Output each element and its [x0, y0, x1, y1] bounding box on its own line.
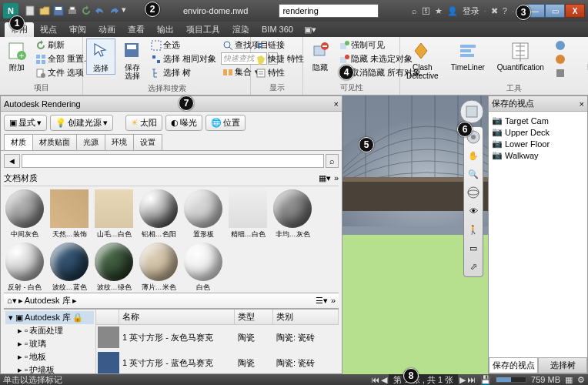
material-item[interactable]: 精细…白色	[227, 189, 269, 239]
datatools-button[interactable]: DataTools	[584, 38, 588, 73]
last-icon[interactable]: ⏭	[467, 375, 476, 384]
quantification-button[interactable]: Quantification	[494, 38, 547, 73]
tab-settings[interactable]: 设置	[133, 134, 162, 150]
select-all-button[interactable]: 全选	[149, 38, 218, 52]
appearance-icon[interactable]	[555, 54, 566, 66]
prev-icon[interactable]: ◀	[381, 375, 387, 385]
tab-animation[interactable]: 动画	[92, 22, 122, 37]
list-view-icon[interactable]: ☰▾	[316, 296, 328, 306]
settings-icon[interactable]: ⚙	[577, 375, 585, 385]
zoom-icon[interactable]: 🔍	[466, 167, 480, 181]
material-item[interactable]: 天然…装饰	[48, 189, 90, 239]
favorite-icon[interactable]: ★	[435, 6, 443, 16]
tab-material[interactable]: 材质	[4, 134, 33, 150]
undo-icon[interactable]	[94, 5, 106, 17]
material-item[interactable]: 置形板	[182, 189, 224, 239]
binoculars-icon[interactable]: ⌕	[412, 6, 417, 15]
panel-close-icon[interactable]: ×	[334, 99, 339, 109]
user-icon[interactable]: 👤	[447, 6, 458, 16]
saved-view-item[interactable]: 📷Walkway	[492, 149, 584, 161]
tree-node[interactable]: ▸ ▫ 地板	[5, 350, 94, 363]
login-link[interactable]: 登录	[463, 5, 479, 17]
maximize-button[interactable]: ▭	[545, 4, 565, 18]
saved-view-item[interactable]: 📷Upper Deck	[492, 126, 584, 138]
material-item[interactable]: 中间灰色	[4, 189, 45, 239]
tab-saved-views[interactable]: 保存的视点	[489, 357, 538, 373]
batch-icon[interactable]	[555, 68, 566, 80]
exchange-icon[interactable]: ✖	[491, 6, 498, 16]
sun-button[interactable]: ☀太阳	[125, 115, 162, 131]
orbit-icon[interactable]	[466, 186, 480, 199]
tree-node[interactable]: ▸ ▫ 玻璃	[5, 337, 94, 350]
quick-props-button[interactable]: 快捷 特性	[254, 52, 306, 65]
home-icon[interactable]: ⌂▾	[7, 296, 17, 306]
panel-close-icon[interactable]: ×	[580, 99, 584, 109]
tab-project-tools[interactable]: 项目工具	[180, 22, 226, 37]
sheet-nav[interactable]: ⏮ ◀ 第 1 张 , 共 1 张 ▶ ⏭	[371, 374, 476, 386]
tab-view[interactable]: 查看	[122, 22, 151, 37]
tab-lighting[interactable]: 光源	[76, 134, 105, 150]
col-name[interactable]: 名称	[119, 310, 235, 324]
search-icon[interactable]: ⌕	[326, 154, 339, 168]
tab-output[interactable]: 输出	[151, 22, 180, 37]
tree-node[interactable]: ▾ ▣ Autodesk 库 🔒	[5, 311, 94, 324]
print-icon[interactable]	[66, 5, 79, 17]
append-button[interactable]: + 附加	[3, 38, 31, 73]
views-panel-header[interactable]: 保存的视点 ×	[489, 96, 587, 112]
grid-icon[interactable]: ▦	[565, 375, 573, 385]
back-icon[interactable]: ◄	[4, 154, 20, 168]
show-button[interactable]: ▣显式▾	[4, 115, 47, 131]
col-type[interactable]: 类型	[235, 310, 273, 324]
viewcube[interactable]	[459, 99, 485, 125]
grid-view-icon[interactable]: ▦▾	[319, 173, 331, 183]
tab-render[interactable]: 渲染	[226, 22, 256, 37]
sort-icon[interactable]: »	[334, 173, 339, 183]
material-item[interactable]: 波纹…绿色	[93, 243, 135, 293]
ribbon-collapse-icon[interactable]: ▣▾	[304, 25, 316, 35]
open-icon[interactable]	[38, 5, 51, 17]
tab-material-map[interactable]: 材质贴面	[32, 134, 77, 150]
tree-node[interactable]: ▸ ▫ 表面处理	[5, 324, 94, 337]
close-button[interactable]: X	[565, 4, 585, 18]
properties-button[interactable]: 特性	[254, 66, 306, 79]
autodesk-render-icon[interactable]	[555, 40, 566, 52]
select-button[interactable]: 选择	[86, 38, 115, 75]
walk-icon[interactable]: 🚶	[466, 223, 480, 236]
material-item[interactable]: 反射 - 白色	[4, 243, 45, 293]
expand-icon[interactable]: »	[331, 296, 336, 306]
help-icon[interactable]: ?	[503, 6, 507, 15]
pan-icon[interactable]: ✋	[466, 149, 480, 162]
next-icon[interactable]: ▶	[459, 375, 466, 385]
library-row[interactable]: 1 英寸方形 - 蓝色马赛克陶瓷陶瓷: 瓷砖	[96, 350, 339, 373]
save-icon[interactable]	[52, 5, 65, 17]
save-selection-button[interactable]: 保存 选择	[119, 38, 146, 82]
exposure-button[interactable]: ◐曝光	[165, 115, 202, 131]
dropdown-icon[interactable]: ▾	[122, 5, 134, 17]
location-button[interactable]: 🌐位置	[205, 115, 246, 131]
material-search-input[interactable]	[22, 154, 324, 168]
rendering-panel-header[interactable]: Autodesk Rendering ×	[1, 96, 342, 112]
col-category[interactable]: 类别	[273, 310, 339, 324]
hide-button[interactable]: 隐藏	[306, 38, 334, 73]
tab-selection-tree[interactable]: 选择树	[538, 357, 587, 373]
material-item[interactable]: 山毛…白色	[93, 189, 135, 239]
select-icon[interactable]: ▭	[466, 241, 480, 255]
tab-viewpoint[interactable]: 视点	[34, 22, 63, 37]
library-breadcrumb[interactable]: ⌂▾ ▸ Autodesk 库 ▸ ☰▾»	[4, 293, 339, 309]
saved-view-item[interactable]: 📷Lower Floor	[492, 138, 584, 149]
refresh-icon[interactable]	[80, 5, 92, 17]
redo-icon[interactable]	[108, 5, 120, 17]
material-item[interactable]: 铝相…色阳	[138, 189, 179, 239]
material-item[interactable]: 白色	[182, 243, 224, 293]
new-icon[interactable]	[25, 5, 37, 17]
material-item[interactable]: 非均…灰色	[272, 189, 313, 239]
pointer-icon[interactable]: ⬀	[466, 259, 480, 273]
tab-bim360[interactable]: BIM 360	[256, 23, 299, 35]
material-item[interactable]: 波纹…蓝色	[48, 243, 90, 293]
clash-detective-button[interactable]: Clash Detective	[403, 38, 442, 82]
selection-tree-button[interactable]: 选择 树	[149, 66, 218, 79]
material-item[interactable]: 薄片…米色	[138, 243, 179, 293]
library-row[interactable]: 1 英寸方形 - 灰色马赛克陶瓷陶瓷: 瓷砖	[96, 325, 339, 350]
help-search-box[interactable]	[279, 4, 379, 18]
help-search-input[interactable]	[282, 6, 375, 15]
